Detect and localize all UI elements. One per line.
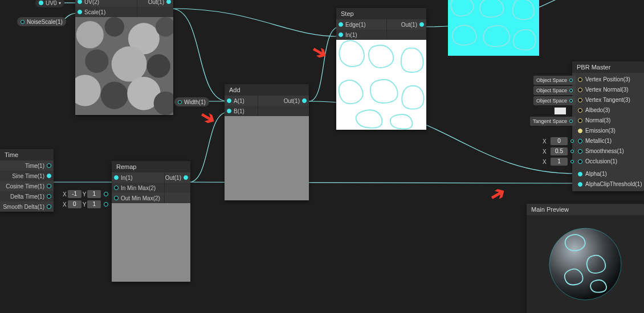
port-dot [114,186,119,190]
port-label: Sine Time(1) [12,173,44,179]
uv-value: UV0 [46,0,56,6]
port-dot [21,20,25,24]
port-label: In Min Max(2) [121,185,156,191]
param-noise-scale[interactable]: NoiseScale(1) [17,17,66,26]
chevron-down-icon: ▾ [59,1,61,6]
node-preview [336,40,426,130]
preview-cyan [448,0,539,56]
port-label: Delta Time(1) [10,193,44,200]
panel-main-preview[interactable]: Main Preview [527,204,644,313]
port-label: Scale(1) [84,9,105,15]
port-label: Metallic(1) [585,138,612,144]
port-dot [178,100,182,104]
remap-out-min-field[interactable]: X0Y1 [63,200,108,208]
port-dot [78,10,82,14]
node-title-label: Add [229,87,241,93]
node-step[interactable]: Step Edge(1) Out(1) In(1) [336,8,426,130]
space-dropdown[interactable]: Object Space [533,86,576,95]
svg-rect-14 [448,0,539,56]
port-label: Vertex Normal(3) [585,87,629,93]
port-label: Cosine Time(1) [6,183,44,190]
port-label: Smooth Delta(1) [3,204,44,210]
uv-dropdown[interactable]: UV0 ▾ [35,0,64,7]
port-label: A(1) [234,98,244,104]
node-remap[interactable]: Remap In(1) Out(1) In Min Max(2) Out Min… [112,161,190,282]
chevron-down-icon [39,1,43,5]
port-label: Albedo(3) [585,107,610,113]
port-dot [47,194,51,199]
port-dot [227,109,231,113]
port-label: Vertex Position(3) [585,76,630,83]
node-title-label: PBR Master [577,64,610,71]
port-dot [47,204,51,209]
node-time[interactable]: Time Time(1) Sine Time(1) Cosine Time(1)… [0,149,54,212]
port-label: Vertex Tangent(3) [585,97,630,103]
port-dot [114,196,119,200]
port-label: Edge(1) [345,22,366,28]
port-label: Out(1) [165,175,181,181]
port-dot [339,22,343,27]
port-label: Emission(3) [585,127,616,134]
svg-rect-12 [75,17,173,115]
port-dot [47,184,51,188]
port-label: Normal(3) [585,117,610,123]
port-label: B(1) [234,108,244,114]
space-dropdown[interactable]: Object Space [533,76,576,85]
space-dropdown[interactable]: Object Space [533,96,576,105]
panel-title: Main Preview [531,206,569,213]
port-label: Out Min Max(2) [121,195,160,201]
port-label: Out(1) [401,22,417,28]
port-label: UV(2) [84,0,99,5]
port-label: In(1) [121,175,133,181]
port-dot [339,32,343,37]
svg-point-15 [549,228,621,300]
node-preview [75,17,173,115]
main-preview-viewport [527,215,644,313]
port-dot [227,98,231,103]
node-title-label: Step [341,10,354,17]
port-dot [114,175,119,180]
port-label: Out(1) [284,98,300,104]
param-label: Width(1) [184,99,206,105]
port-label: In(1) [345,32,357,38]
node-noise[interactable]: UV(2) Out(1) Scale(1) [75,0,173,115]
remap-in-min-field[interactable]: X-1Y1 [63,190,108,198]
albedo-color-swatch[interactable] [554,107,566,115]
port-label: AlphaClipThreshold(1) [585,181,642,187]
port-label: Smoothness(1) [585,148,624,154]
param-label: NoiseScale(1) [27,19,63,25]
node-title-label: Remap [116,163,136,170]
occlusion-field[interactable]: X1 [543,158,574,166]
node-preview [112,203,190,282]
port-dot [47,174,51,178]
port-dot [78,0,82,4]
node-preview [225,116,309,200]
port-label: Out(1) [148,0,164,5]
param-width[interactable]: Width(1) [174,97,209,106]
node-title-label: Time [5,151,18,158]
port-label: Occlusion(1) [585,158,617,164]
port-dot [184,175,188,180]
space-dropdown[interactable]: Tangent Space [530,117,576,126]
port-dot [302,98,307,103]
smoothness-field[interactable]: X0.5 [543,147,574,155]
port-dot [47,163,51,168]
metallic-field[interactable]: X0 [543,137,574,145]
port-dot [419,22,424,27]
node-add[interactable]: Add A(1) Out(1) B(1) [225,84,309,200]
port-dot [166,0,171,4]
port-label: Time(1) [25,163,44,169]
port-label: Alpha(1) [585,171,607,177]
